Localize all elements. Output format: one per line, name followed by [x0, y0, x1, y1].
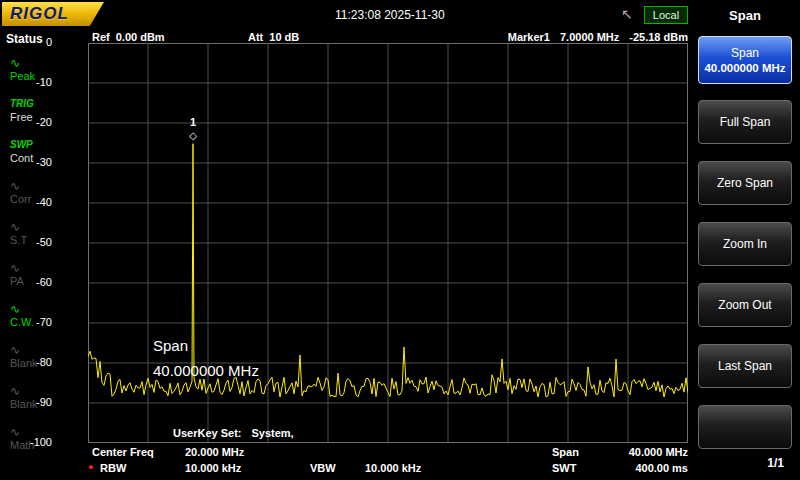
y-tick-label: -10	[22, 76, 52, 89]
userkey-label: UserKey Set:	[173, 427, 241, 439]
y-tick-label: -80	[22, 356, 52, 369]
y-tick-label: -70	[22, 316, 52, 329]
rbw-value: 10.000 kHz	[185, 462, 241, 474]
span-label: Span	[552, 446, 579, 458]
rbw-label: RBW	[100, 462, 126, 474]
marker-label: Marker1	[508, 31, 550, 43]
att-value: 10 dB	[269, 31, 299, 43]
menu-button-label: Zoom In	[723, 237, 767, 251]
bottom-info-row-2: ● RBW 10.000 kHz VBW 10.000 kHz SWT 400.…	[88, 461, 688, 477]
y-axis-labels: 0-10-20-30-40-50-60-70-80-90-100	[22, 43, 52, 443]
rigol-logo: RIGOL	[2, 2, 104, 26]
center-freq-value: 20.000 MHz	[185, 446, 244, 458]
span-overlay-line1: Span	[153, 333, 259, 358]
marker-readout: Marker17.0000 MHz-25.18 dBm	[498, 31, 688, 43]
rbw-active-dot-icon: ●	[88, 462, 93, 472]
ref-label: Ref	[92, 31, 110, 43]
span-overlay-message: Span 40.000000 MHz	[153, 333, 259, 383]
bottom-info-row-1: Center Freq 20.000 MHz Span 40.000 MHz	[88, 445, 688, 461]
marker-number: 1	[187, 116, 199, 129]
pointer-icon: ↖	[621, 6, 633, 22]
display-info-row: Ref0.00 dBm Att10 dB Marker17.0000 MHz-2…	[55, 30, 690, 43]
menu-button-label: Zoom Out	[718, 298, 771, 312]
userkey-message: UserKey Set:System,	[173, 427, 304, 439]
header: RIGOL 11:23:08 2025-11-30 ↖ Local	[0, 0, 690, 30]
marker-freq: 7.0000 MHz	[560, 31, 619, 43]
menu-button-full-span[interactable]: Full Span	[698, 100, 792, 144]
menu-title: Span	[690, 8, 800, 23]
timestamp: 11:23:08 2025-11-30	[335, 8, 445, 22]
menu-button-zoom-in[interactable]: Zoom In	[698, 222, 792, 266]
spectrum-trace-svg	[88, 43, 688, 443]
y-tick-label: 0	[22, 36, 52, 49]
vbw-label: VBW	[310, 462, 336, 474]
ref-level-readout: Ref0.00 dBm	[92, 31, 171, 43]
attenuation-readout: Att10 dB	[248, 31, 305, 43]
local-status-badge: Local	[644, 6, 688, 24]
menu-page-indicator: 1/1	[767, 456, 784, 470]
y-tick-label: -90	[22, 396, 52, 409]
y-tick-label: -50	[22, 236, 52, 249]
main-display: Ref0.00 dBm Att10 dB Marker17.0000 MHz-2…	[55, 30, 690, 480]
menu-button-zoom-out[interactable]: Zoom Out	[698, 283, 792, 327]
y-tick-label: -40	[22, 196, 52, 209]
att-label: Att	[248, 31, 263, 43]
y-tick-label: -30	[22, 156, 52, 169]
marker-amplitude: -25.18 dBm	[629, 31, 688, 43]
center-freq-label: Center Freq	[92, 446, 154, 458]
marker-diamond-icon: ◇	[187, 129, 199, 142]
ref-value: 0.00 dBm	[116, 31, 165, 43]
y-tick-label: -20	[22, 116, 52, 129]
swt-value: 400.00 ms	[635, 462, 688, 474]
menu-button-last-span[interactable]: Last Span	[698, 344, 792, 388]
vbw-value: 10.000 kHz	[365, 462, 421, 474]
menu-button-span[interactable]: Span 40.000000 MHz	[698, 36, 792, 84]
menu-button-value: 40.000000 MHz	[704, 62, 785, 74]
span-value: 40.000 MHz	[629, 446, 688, 458]
spectrum-plot: 1 ◇ Span 40.000000 MHz UserKey Set:Syste…	[88, 43, 688, 443]
softkey-menu-panel: Span Span 40.000000 MHz Full Span Zero S…	[690, 0, 800, 480]
menu-button-zero-span[interactable]: Zero Span	[698, 161, 792, 205]
swt-label: SWT	[552, 462, 576, 474]
menu-button-label: Zero Span	[717, 176, 773, 190]
y-tick-label: -100	[22, 436, 52, 449]
menu-button-label: Last Span	[718, 359, 772, 373]
menu-button-blank[interactable]	[698, 405, 792, 449]
menu-button-label: Full Span	[720, 115, 771, 129]
userkey-value: System,	[251, 427, 293, 439]
marker-indicator: 1 ◇	[187, 116, 199, 142]
menu-button-label: Span	[731, 46, 759, 60]
y-tick-label: -60	[22, 276, 52, 289]
span-overlay-line2: 40.000000 MHz	[153, 358, 259, 383]
